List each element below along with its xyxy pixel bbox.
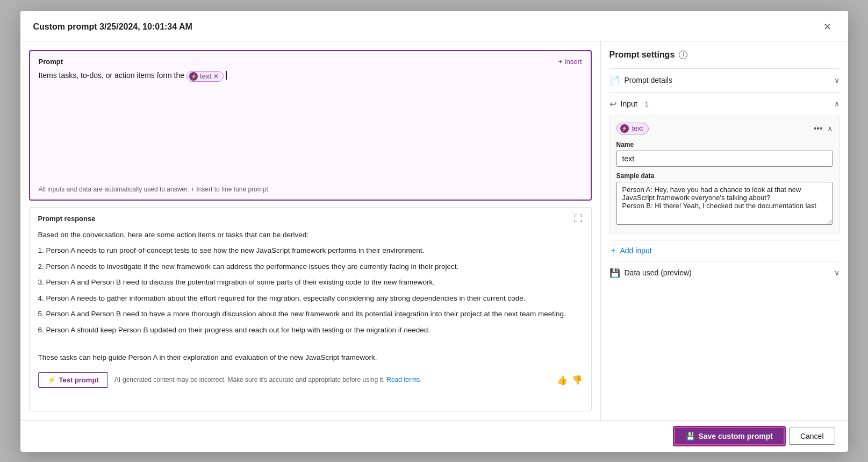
test-prompt-label: Test prompt [59, 376, 99, 384]
response-header: Prompt response ⛶ [38, 214, 583, 224]
response-content: Based on the conversation, here are some… [38, 229, 583, 364]
add-input-row[interactable]: ＋ Add input [609, 240, 840, 261]
left-panel: Prompt + Insert Items tasks, to-dos, or … [20, 41, 601, 420]
chip-label: text [200, 72, 211, 80]
prompt-content: Items tasks, to-dos, or action items for… [39, 71, 582, 179]
data-used-section[interactable]: 💾 Data used (preview) ∨ [609, 261, 840, 285]
response-item-2: 2. Person A needs to investigate if the … [38, 261, 583, 273]
input-card: ⚡ text ••• ∧ Name Sample data Person A: … [609, 116, 840, 233]
add-input-plus-icon: ＋ [609, 246, 617, 255]
text-chip[interactable]: ⚡ text ✕ [186, 71, 224, 82]
prompt-footer-text: All inputs and data are automatically us… [39, 186, 270, 193]
data-used-chevron: ∨ [834, 268, 840, 277]
input-section-chevron: ∧ [834, 99, 840, 108]
close-button[interactable]: ✕ [820, 19, 835, 34]
more-button[interactable]: ••• [814, 124, 823, 133]
prompt-box-header: Prompt + Insert [39, 58, 582, 66]
prompt-footer: All inputs and data are automatically us… [39, 179, 582, 193]
test-prompt-icon: ⚡ [47, 376, 56, 384]
prompt-details-icon: 📄 [609, 75, 620, 86]
chip-icon: ⚡ [189, 72, 198, 81]
response-item-6: 6. Person A should keep Person B updated… [38, 324, 583, 336]
response-item-4: 4. Person A needs to gather information … [38, 293, 583, 304]
data-used-icon: 💾 [609, 268, 620, 278]
name-field-label: Name [616, 141, 833, 148]
feedback-buttons: 👍 👎 [557, 375, 583, 385]
prompt-details-left: 📄 Prompt details [609, 75, 672, 86]
response-item-5: 5. Person A and Person B need to have a … [38, 308, 583, 320]
sample-data-textarea[interactable]: Person A: Hey, have you had a chance to … [616, 182, 833, 225]
input-chip-icon: ⚡ [620, 124, 629, 133]
response-item-3: 3. Person A and Person B need to discuss… [38, 276, 583, 288]
input-chip: ⚡ text [616, 123, 649, 134]
response-footer: ⚡ Test prompt AI-generated content may b… [38, 372, 583, 388]
info-icon[interactable]: i [679, 51, 687, 59]
expand-button[interactable]: ⛶ [574, 214, 583, 224]
dialog-header: Custom prompt 3/25/2024, 10:01:34 AM ✕ [20, 11, 848, 41]
dialog-body: Prompt + Insert Items tasks, to-dos, or … [20, 41, 848, 420]
response-item-1: 1. Person A needs to run proof-of-concep… [38, 245, 583, 257]
prompt-label: Prompt [39, 58, 63, 66]
input-card-actions: ••• ∧ [814, 124, 833, 133]
cancel-button[interactable]: Cancel [789, 428, 835, 445]
data-used-left: 💾 Data used (preview) [609, 268, 692, 278]
save-custom-prompt-button[interactable]: 💾 Save custom prompt [674, 427, 784, 445]
input-chip-label: text [632, 124, 643, 132]
dialog: Custom prompt 3/25/2024, 10:01:34 AM ✕ P… [20, 11, 848, 452]
input-section-left: ↩ Input 1 [609, 99, 649, 109]
sample-data-label: Sample data [616, 172, 833, 180]
data-used-label: Data used (preview) [625, 268, 692, 277]
dialog-title: Custom prompt 3/25/2024, 10:01:34 AM [33, 22, 192, 32]
settings-title: Prompt settings [609, 50, 675, 60]
response-conclusion: These tasks can help guide Person A in t… [38, 352, 583, 364]
settings-header: Prompt settings i [609, 50, 840, 60]
response-label: Prompt response [38, 215, 96, 223]
chip-close-icon[interactable]: ✕ [213, 73, 219, 80]
save-icon: 💾 [686, 432, 695, 440]
input-label: Input [621, 99, 637, 108]
collapse-button[interactable]: ∧ [827, 124, 833, 133]
thumbs-down-button[interactable]: 👎 [572, 375, 583, 385]
add-input-label: Add input [620, 246, 652, 255]
save-label: Save custom prompt [698, 432, 772, 440]
prompt-details-section[interactable]: 📄 Prompt details ∨ [609, 68, 840, 92]
disclaimer-text: AI-generated content may be incorrect. M… [114, 376, 550, 383]
name-field-input[interactable] [616, 151, 833, 167]
response-intro: Based on the conversation, here are some… [38, 229, 583, 241]
thumbs-up-button[interactable]: 👍 [557, 375, 568, 385]
test-prompt-button[interactable]: ⚡ Test prompt [38, 372, 108, 388]
input-count: 1 [645, 100, 649, 108]
input-card-header: ⚡ text ••• ∧ [616, 123, 833, 134]
text-cursor [226, 71, 227, 80]
insert-button[interactable]: + Insert [558, 58, 582, 66]
input-section-header[interactable]: ↩ Input 1 ∧ [609, 99, 840, 116]
input-section: ↩ Input 1 ∧ ⚡ text ••• [609, 92, 840, 261]
right-panel: Prompt settings i 📄 Prompt details ∨ ↩ I… [601, 41, 848, 420]
prompt-details-chevron: ∨ [834, 76, 840, 84]
input-icon: ↩ [609, 99, 616, 109]
read-terms-link[interactable]: Read terms [386, 376, 420, 383]
response-box: Prompt response ⛶ Based on the conversat… [29, 207, 592, 411]
prompt-details-label: Prompt details [625, 76, 672, 84]
prompt-box: Prompt + Insert Items tasks, to-dos, or … [29, 50, 592, 201]
dialog-footer: 💾 Save custom prompt Cancel [20, 420, 848, 452]
prompt-text-before: Items tasks, to-dos, or action items for… [39, 71, 185, 80]
